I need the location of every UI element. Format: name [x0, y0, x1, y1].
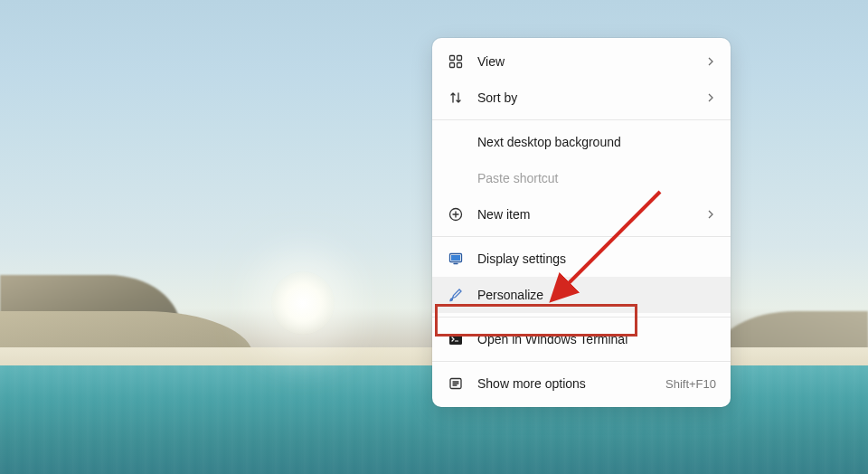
menu-item-view[interactable]: View — [432, 43, 731, 80]
svg-rect-0 — [450, 56, 455, 61]
terminal-icon — [447, 330, 465, 348]
menu-item-label: New item — [477, 207, 705, 222]
menu-item-display-settings[interactable]: Display settings — [432, 241, 731, 277]
brush-icon — [447, 286, 465, 304]
svg-rect-7 — [449, 334, 462, 345]
menu-item-label: Sort by — [477, 90, 705, 105]
plus-circle-icon — [447, 205, 465, 223]
menu-item-personalize[interactable]: Personalize — [432, 277, 731, 313]
chevron-right-icon — [705, 209, 716, 220]
menu-item-next-desktop-background[interactable]: Next desktop background — [432, 124, 731, 160]
svg-rect-1 — [458, 56, 462, 61]
menu-item-label: View — [477, 54, 705, 69]
chevron-right-icon — [705, 92, 716, 103]
menu-item-label: Display settings — [477, 251, 716, 266]
menu-item-label: Next desktop background — [477, 135, 716, 149]
sort-icon — [447, 89, 465, 107]
menu-separator — [432, 119, 731, 120]
menu-item-label: Open in Windows Terminal — [477, 332, 716, 346]
svg-rect-2 — [450, 63, 455, 68]
menu-item-label: Show more options — [477, 376, 665, 391]
grid-icon — [447, 52, 465, 71]
menu-item-label: Personalize — [477, 288, 716, 302]
more-options-icon — [447, 374, 465, 393]
svg-rect-3 — [458, 63, 462, 68]
desktop-context-menu: View Sort by Next desktop background Pas… — [432, 38, 731, 407]
menu-item-open-windows-terminal[interactable]: Open in Windows Terminal — [432, 321, 731, 357]
menu-item-sort-by[interactable]: Sort by — [432, 80, 731, 116]
menu-item-label: Paste shortcut — [477, 171, 716, 185]
chevron-right-icon — [705, 56, 716, 67]
menu-item-shortcut: Shift+F10 — [665, 377, 716, 391]
menu-item-paste-shortcut: Paste shortcut — [432, 160, 731, 196]
menu-separator — [432, 361, 731, 362]
menu-item-new-item[interactable]: New item — [432, 196, 731, 232]
menu-separator — [432, 236, 731, 237]
svg-rect-6 — [451, 255, 460, 261]
menu-separator — [432, 317, 731, 318]
wallpaper-sun — [271, 271, 335, 335]
menu-item-show-more-options[interactable]: Show more options Shift+F10 — [432, 365, 731, 402]
display-icon — [447, 250, 465, 268]
